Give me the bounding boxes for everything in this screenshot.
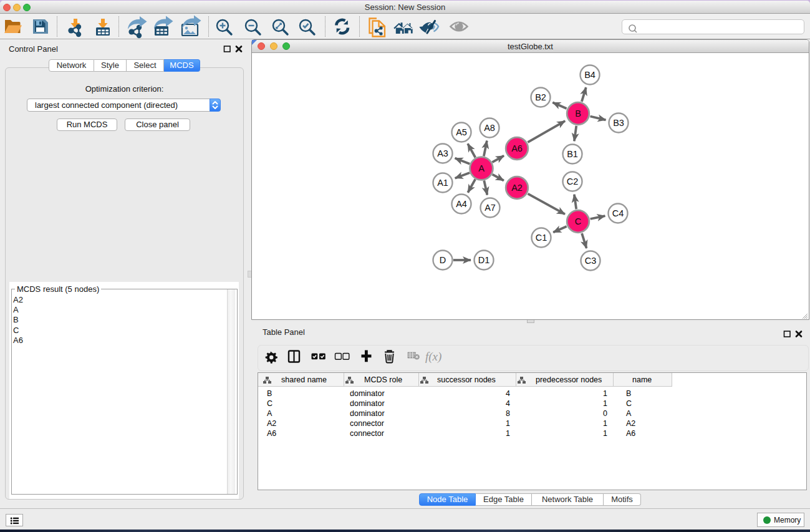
svg-text:B3: B3 xyxy=(613,118,624,128)
svg-text:A: A xyxy=(267,409,272,418)
svg-text:A5: A5 xyxy=(456,127,467,137)
svg-text:dominator: dominator xyxy=(350,409,385,418)
svg-text:A7: A7 xyxy=(485,203,496,213)
svg-text:f(x): f(x) xyxy=(425,350,441,364)
svg-text:1: 1 xyxy=(506,429,510,438)
svg-text:1: 1 xyxy=(603,419,607,428)
svg-text:C: C xyxy=(267,399,272,408)
svg-text:B2: B2 xyxy=(535,92,546,102)
svg-text:4: 4 xyxy=(506,389,510,398)
svg-text:0: 0 xyxy=(603,409,607,418)
svg-text:C: C xyxy=(575,216,581,226)
svg-text:A1: A1 xyxy=(437,178,448,188)
svg-text:A2: A2 xyxy=(267,419,276,428)
svg-text:dominator: dominator xyxy=(350,399,385,408)
svg-text:D1: D1 xyxy=(478,255,490,265)
svg-text:C3: C3 xyxy=(585,256,597,266)
svg-text:B: B xyxy=(267,389,272,398)
svg-text:B: B xyxy=(575,109,581,118)
svg-text:A2: A2 xyxy=(626,419,635,428)
svg-text:connector: connector xyxy=(350,429,384,438)
svg-text:1: 1 xyxy=(603,389,607,398)
svg-text:A: A xyxy=(626,409,632,418)
svg-text:1: 1 xyxy=(506,419,510,428)
svg-text:dominator: dominator xyxy=(350,389,385,398)
svg-text:1: 1 xyxy=(603,399,607,408)
svg-text:A2: A2 xyxy=(511,183,523,193)
svg-text:A4: A4 xyxy=(456,199,467,209)
svg-text:A8: A8 xyxy=(484,123,495,133)
svg-text:4: 4 xyxy=(506,399,510,408)
svg-text:D: D xyxy=(440,255,446,265)
svg-text:C4: C4 xyxy=(612,208,624,218)
svg-text:C1: C1 xyxy=(536,233,547,243)
svg-text:C2: C2 xyxy=(567,177,579,186)
svg-text:B4: B4 xyxy=(584,70,595,80)
svg-text:B: B xyxy=(626,389,631,398)
svg-text:B1: B1 xyxy=(567,149,578,159)
svg-text:A: A xyxy=(478,163,485,173)
svg-text:connector: connector xyxy=(350,419,384,428)
svg-text:C: C xyxy=(626,399,632,408)
svg-text:1: 1 xyxy=(603,429,607,438)
svg-text:A6: A6 xyxy=(626,429,635,438)
svg-text:A6: A6 xyxy=(267,429,276,438)
svg-text:A6: A6 xyxy=(511,143,523,153)
svg-text:A3: A3 xyxy=(437,148,448,158)
svg-text:8: 8 xyxy=(506,409,510,418)
